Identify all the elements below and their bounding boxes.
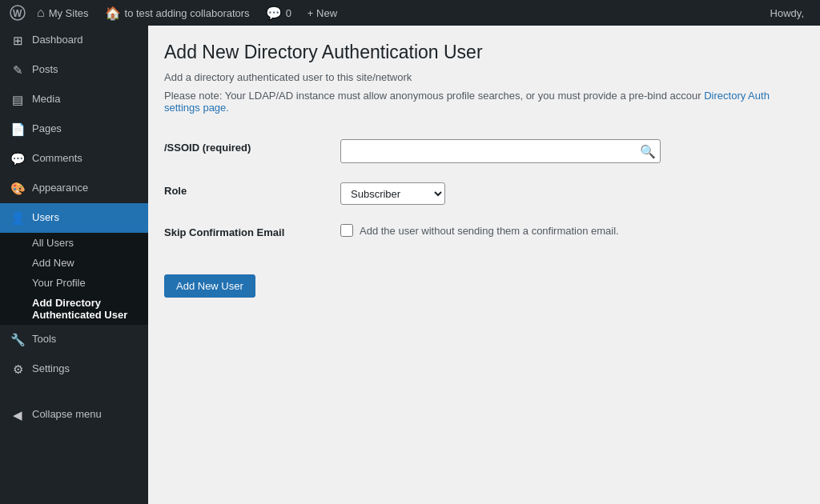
users-icon: 👤	[10, 210, 26, 226]
settings-icon: ⚙	[10, 361, 26, 378]
users-submenu: All Users Add New Your Profile Add Direc…	[0, 233, 148, 325]
sidebar-item-posts[interactable]: ✎ Posts	[0, 55, 148, 85]
page-title: Add New Directory Authentication User	[164, 42, 804, 63]
comments-sidebar-icon: 💬	[10, 150, 26, 167]
comments-count: 0	[286, 7, 291, 19]
search-icon: 🔍	[640, 145, 656, 158]
sidebar-item-label: Posts	[32, 62, 139, 77]
sidebar-item-comments[interactable]: 💬 Comments	[0, 144, 148, 174]
skip-confirmation-label: Skip Confirmation Email	[164, 226, 284, 238]
page-description: Add a directory authenticated user to th…	[164, 71, 804, 83]
submenu-add-directory[interactable]: Add Directory Authenticated User	[0, 293, 148, 325]
my-sites-button[interactable]: ⌂ My Sites	[29, 0, 97, 26]
admin-bar: W ⌂ My Sites 🏠 to test adding collaborat…	[0, 0, 820, 26]
appearance-icon: 🎨	[10, 180, 26, 197]
site-name-label: to test adding collaborators	[125, 7, 250, 19]
add-new-user-button[interactable]: Add New User	[164, 274, 255, 298]
svg-text:W: W	[13, 8, 22, 19]
ssoid-search-button[interactable]: 🔍	[640, 144, 656, 159]
sidebar-item-label: Comments	[32, 151, 139, 166]
sidebar-item-media[interactable]: ▤ Media	[0, 85, 148, 114]
sidebar-item-label: Media	[32, 92, 139, 106]
sidebar-item-label: Users	[32, 210, 139, 225]
sidebar-item-settings[interactable]: ⚙ Settings	[0, 354, 148, 384]
sidebar-item-users[interactable]: 👤 Users	[0, 203, 148, 233]
submenu-all-users[interactable]: All Users	[0, 233, 148, 253]
my-sites-label: My Sites	[49, 7, 89, 19]
sidebar-item-label: Tools	[32, 332, 139, 346]
skip-confirmation-checkbox[interactable]	[340, 224, 353, 237]
ssoid-input[interactable]	[340, 139, 661, 163]
sidebar-item-label: Dashboard	[32, 33, 139, 47]
ssoid-input-wrap: 🔍	[340, 139, 661, 163]
sidebar-item-label: Pages	[32, 122, 139, 136]
sidebar-item-label: Appearance	[32, 181, 139, 195]
sidebar-item-label: Collapse menu	[32, 407, 139, 422]
howdy-text: Howdy,	[770, 7, 814, 19]
tools-icon: 🔧	[10, 331, 26, 348]
sidebar-item-dashboard[interactable]: ⊞ Dashboard	[0, 26, 148, 55]
comments-icon: 💬	[266, 6, 282, 21]
comments-button[interactable]: 💬 0	[258, 0, 299, 26]
role-select[interactable]: Subscriber Contributor Author Editor Adm…	[340, 182, 445, 205]
collapse-icon: ◀	[10, 406, 26, 423]
new-label: + New	[308, 7, 337, 19]
sidebar-item-tools[interactable]: 🔧 Tools	[0, 325, 148, 354]
role-label: Role	[164, 185, 187, 197]
sites-icon: ⌂	[37, 6, 45, 20]
sidebar-collapse-button[interactable]: ◀ Collapse menu	[0, 400, 148, 430]
sidebar-item-appearance[interactable]: 🎨 Appearance	[0, 174, 148, 203]
form-table: /SSOID (required) 🔍 Role	[164, 130, 804, 250]
site-name-button[interactable]: 🏠 to test adding collaborators	[97, 0, 258, 26]
sidebar: ⊞ Dashboard ✎ Posts ▤ Media 📄 Pages 💬 Co…	[0, 26, 148, 504]
submenu-your-profile[interactable]: Your Profile	[0, 273, 148, 293]
posts-icon: ✎	[10, 62, 26, 78]
dashboard-icon: ⊞	[10, 32, 26, 49]
skip-confirmation-text: Add the user without sending them a conf…	[360, 225, 619, 237]
sidebar-item-pages[interactable]: 📄 Pages	[0, 114, 148, 144]
wp-logo-button[interactable]: W	[6, 2, 29, 24]
submenu-add-new[interactable]: Add New	[0, 253, 148, 273]
main-content: Add New Directory Authentication User Ad…	[148, 26, 820, 504]
ssoid-label: /SSOID (required)	[164, 142, 251, 154]
skip-confirmation-row: Add the user without sending them a conf…	[340, 224, 804, 237]
media-icon: ▤	[10, 91, 26, 108]
new-content-button[interactable]: + New	[299, 0, 345, 26]
notice-text: Please note: Your LDAP/AD instance must …	[164, 90, 804, 114]
pages-icon: 📄	[10, 121, 26, 138]
home-icon: 🏠	[105, 6, 121, 21]
sidebar-item-label: Settings	[32, 362, 139, 376]
